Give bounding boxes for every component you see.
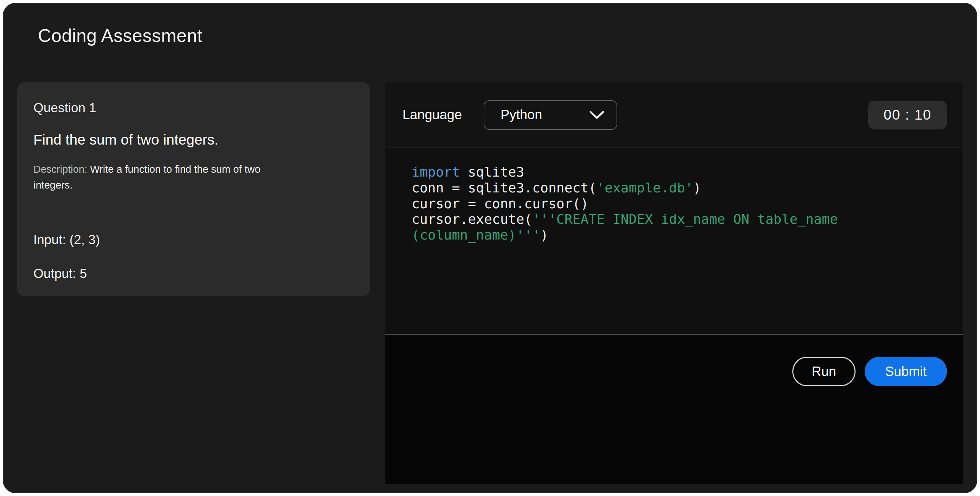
question-title: Find the sum of two integers.	[33, 132, 354, 148]
header: Coding Assessment	[3, 3, 977, 68]
run-button[interactable]: Run	[792, 357, 856, 386]
editor-toolbar: Language Python 00 : 10	[385, 82, 963, 148]
page-title: Coding Assessment	[38, 25, 202, 46]
question-card: Question 1 Find the sum of two integers.…	[17, 82, 370, 296]
submit-button[interactable]: Submit	[865, 357, 947, 386]
action-bar: Run Submit	[385, 335, 963, 484]
question-number: Question 1	[33, 100, 354, 115]
question-description: Description: Write a function to find th…	[33, 161, 299, 193]
code-content: import sqlite3conn = sqlite3.connect('ex…	[412, 164, 942, 243]
coding-assessment-window: Coding Assessment Question 1 Find the su…	[3, 3, 977, 493]
language-label: Language	[402, 107, 462, 123]
code-editor[interactable]: import sqlite3conn = sqlite3.connect('ex…	[385, 148, 963, 334]
chevron-down-icon	[589, 110, 605, 120]
editor-panel: Language Python 00 : 10 import sqlite3co…	[385, 82, 963, 484]
language-selected-value: Python	[501, 107, 542, 123]
content-area: Question 1 Find the sum of two integers.…	[3, 68, 977, 484]
question-output: Output: 5	[33, 266, 354, 281]
language-select[interactable]: Python	[484, 100, 617, 130]
timer: 00 : 10	[868, 100, 947, 129]
question-input: Input: (2, 3)	[33, 233, 354, 247]
description-label: Description:	[33, 164, 87, 175]
